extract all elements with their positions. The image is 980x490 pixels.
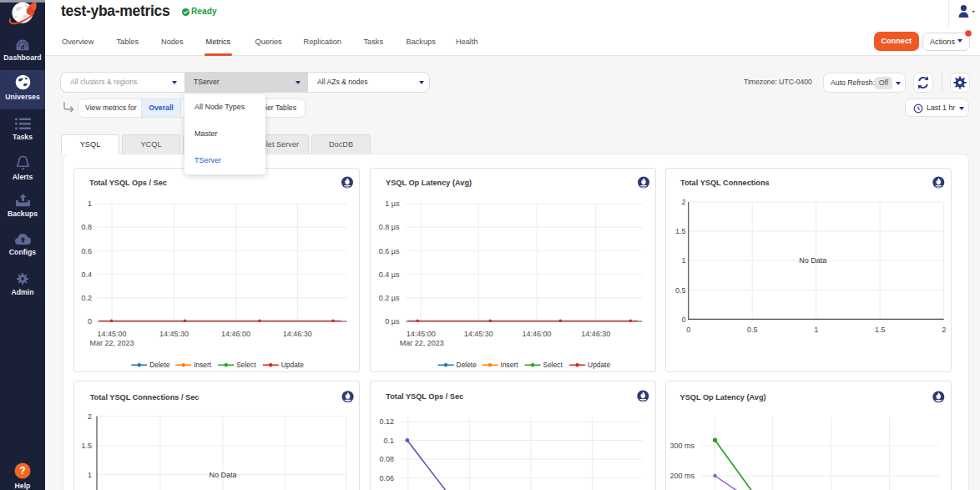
svg-text:No Data: No Data xyxy=(209,470,236,478)
svg-text:0.06: 0.06 xyxy=(379,473,394,482)
svg-text:14:46:30: 14:46:30 xyxy=(581,330,610,338)
svg-text:0.4: 0.4 xyxy=(81,270,92,278)
svg-text:0.5: 0.5 xyxy=(675,285,686,294)
svg-text:YSQL Op Latency (Avg): YSQL Op Latency (Avg) xyxy=(680,393,766,402)
svg-text:0: 0 xyxy=(682,315,686,323)
svg-text:Total YSQL Connections: Total YSQL Connections xyxy=(680,179,770,187)
svg-text:No Data: No Data xyxy=(799,256,826,265)
svg-text:0.8 µs: 0.8 µs xyxy=(378,223,399,231)
svg-text:200 ms: 200 ms xyxy=(670,472,695,480)
svg-text:14:45:30: 14:45:30 xyxy=(463,330,493,338)
svg-text:1 µs: 1 µs xyxy=(385,200,400,208)
svg-text:Insert: Insert xyxy=(500,361,518,369)
svg-text:2: 2 xyxy=(942,326,946,334)
svg-text:Update: Update xyxy=(588,361,610,369)
svg-text:Total YSQL Ops / Sec: Total YSQL Ops / Sec xyxy=(89,179,167,187)
svg-text:1.5: 1.5 xyxy=(675,227,686,235)
svg-text:0.2 µs: 0.2 µs xyxy=(378,293,399,301)
svg-text:1: 1 xyxy=(88,470,92,478)
svg-text:14:45:00: 14:45:00 xyxy=(97,330,126,338)
svg-text:0.8: 0.8 xyxy=(81,223,92,231)
svg-text:Delete: Delete xyxy=(149,361,170,369)
svg-text:?: ? xyxy=(19,465,25,477)
svg-text:0 µs: 0 µs xyxy=(385,317,400,326)
svg-text:0.1: 0.1 xyxy=(383,436,394,444)
svg-text:1.5: 1.5 xyxy=(81,442,92,450)
svg-text:0.4 µs: 0.4 µs xyxy=(378,270,399,278)
svg-text:14:46:00: 14:46:00 xyxy=(221,330,250,338)
svg-text:YSQL Op Latency (Avg): YSQL Op Latency (Avg) xyxy=(386,179,472,187)
svg-text:Mar 22, 2023: Mar 22, 2023 xyxy=(89,339,134,347)
svg-text:0.5: 0.5 xyxy=(747,326,758,334)
svg-text:14:45:00: 14:45:00 xyxy=(406,330,435,338)
svg-text:14:46:00: 14:46:00 xyxy=(522,330,551,338)
svg-text:Delete: Delete xyxy=(456,361,477,369)
svg-text:0.08: 0.08 xyxy=(379,455,394,463)
svg-text:2: 2 xyxy=(682,198,686,206)
svg-text:300 ms: 300 ms xyxy=(670,442,695,450)
svg-text:Update: Update xyxy=(281,361,304,369)
svg-text:1: 1 xyxy=(88,200,92,208)
svg-text:0.2: 0.2 xyxy=(81,293,92,301)
svg-text:0.12: 0.12 xyxy=(379,417,394,426)
svg-text:2: 2 xyxy=(88,412,92,420)
svg-text:14:45:30: 14:45:30 xyxy=(159,330,189,338)
svg-text:1.5: 1.5 xyxy=(875,326,886,334)
svg-text:Select: Select xyxy=(236,361,256,369)
svg-text:0.6 µs: 0.6 µs xyxy=(378,246,399,255)
svg-text:1: 1 xyxy=(814,326,818,334)
svg-text:1: 1 xyxy=(682,256,686,265)
svg-text:Insert: Insert xyxy=(194,361,212,369)
svg-text:0.6: 0.6 xyxy=(81,246,92,255)
svg-text:Select: Select xyxy=(543,361,563,369)
svg-text:0: 0 xyxy=(686,326,690,334)
svg-text:Total YSQL Connections / Sec: Total YSQL Connections / Sec xyxy=(90,393,200,402)
svg-text:0: 0 xyxy=(88,317,92,326)
svg-text:14:46:30: 14:46:30 xyxy=(283,330,312,338)
svg-text:Mar 22, 2023: Mar 22, 2023 xyxy=(399,339,443,347)
svg-text:Total YSQL Ops / Sec: Total YSQL Ops / Sec xyxy=(386,392,463,401)
